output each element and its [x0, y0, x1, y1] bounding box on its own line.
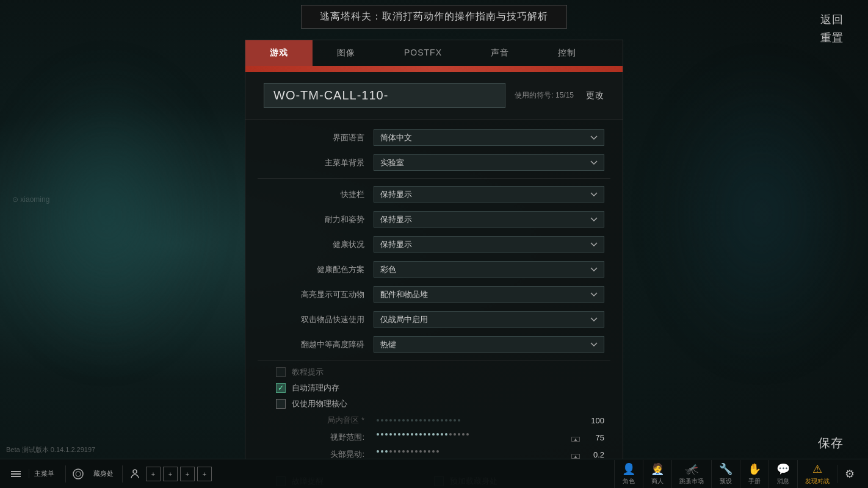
bottom-left-buttons: 主菜单 [0, 468, 65, 480]
slider-value-headbob: 0.2 [580, 450, 604, 459]
red-accent-bar [245, 66, 623, 72]
setting-row-mainmenu-bg: 主菜单背景 实验室 [258, 151, 610, 174]
presets-icon: 🔧 [719, 462, 732, 476]
warning-icon: ⚠ [812, 462, 822, 476]
setting-select-health-color[interactable]: 彩色 [374, 261, 604, 278]
setting-label-language: 界面语言 [264, 132, 374, 143]
svg-point-2 [133, 470, 137, 473]
handbook-icon: ✋ [748, 462, 761, 476]
character-action[interactable]: 👤 角色 [614, 460, 643, 488]
settings-area: 界面语言 简体中文 主菜单背景 实验室 快捷栏 保持显示 耐力和姿势 保持显示 … [245, 120, 623, 488]
setting-label-quickbar: 快捷栏 [264, 189, 374, 200]
setting-select-language[interactable]: 简体中文 [374, 129, 604, 146]
menu-line-1 [11, 471, 21, 472]
trader-action-label: 商人 [651, 477, 664, 486]
add-icon-1[interactable]: + [146, 467, 161, 481]
slider-dots-fov [377, 433, 577, 436]
hideout-icon[interactable] [70, 465, 87, 483]
bg-blur-right [654, 61, 868, 366]
handbook-label: 手册 [748, 477, 761, 486]
settings-tabs: 游戏 图像 POSTFX 声音 控制 [245, 40, 623, 66]
setting-select-highlight[interactable]: 配件和物品堆 [374, 286, 604, 303]
add-icon-3[interactable]: + [180, 467, 195, 481]
checkbox-physical-cores-label: 仅使用物理核心 [292, 398, 347, 409]
setting-select-stamina[interactable]: 保持显示 [374, 211, 604, 228]
slider-value-zone: 100 [580, 416, 604, 425]
slider-fov-up[interactable]: ▲ [571, 437, 580, 442]
checkbox-row-auto-clear: ✓ 自动清理内存 [258, 380, 610, 396]
flea-market-action[interactable]: 🦟 跳蚤市场 [671, 460, 711, 488]
check-icon: ✓ [278, 384, 284, 392]
trader-action[interactable]: 🧑‍💼 商人 [643, 460, 671, 488]
bottom-right-actions: 👤 角色 🧑‍💼 商人 🦟 跳蚤市场 🔧 预设 ✋ 手册 💬 消息 ⚠ 发现对战 [614, 460, 868, 488]
setting-row-stamina: 耐力和姿势 保持显示 [258, 207, 610, 231]
warning-action[interactable]: ⚠ 发现对战 [797, 460, 837, 488]
warning-label: 发现对战 [805, 477, 830, 486]
setting-label-stamina: 耐力和姿势 [264, 214, 374, 225]
svg-point-0 [73, 469, 83, 479]
tab-postfx[interactable]: POSTFX [380, 40, 466, 66]
add-icon-2[interactable]: + [163, 467, 178, 481]
checkbox-physical-cores[interactable] [276, 399, 286, 409]
setting-label-health-color: 健康配色方案 [264, 264, 374, 275]
char-count: 使用的符号: 15/15 [515, 90, 574, 101]
messages-action[interactable]: 💬 消息 [769, 460, 797, 488]
settings-action[interactable]: ⚙ [837, 465, 862, 483]
setting-label-doubleclick: 双击物品快速使用 [264, 314, 374, 325]
username-row: 使用的符号: 15/15 更改 [245, 72, 623, 120]
setting-row-health-color: 健康配色方案 彩色 [258, 257, 610, 281]
save-button[interactable]: 保存 [818, 435, 844, 451]
settings-icon: ⚙ [845, 467, 855, 481]
menu-line-2 [11, 473, 21, 475]
presets-label: 预设 [720, 477, 732, 486]
nav-plus-icons: + + + + [122, 465, 215, 483]
setting-row-quickbar: 快捷栏 保持显示 [258, 182, 610, 206]
tab-sound[interactable]: 声音 [466, 40, 533, 66]
tab-game[interactable]: 游戏 [245, 40, 313, 66]
hideout-label[interactable]: 藏身处 [89, 469, 118, 478]
flea-market-label: 跳蚤市场 [679, 477, 704, 486]
slider-row-fov: 视野范围: ▲ 75 [258, 429, 610, 446]
svg-point-1 [76, 472, 81, 476]
slider-value-fov: 75 [580, 433, 604, 442]
slider-label-fov: 视野范围: [264, 432, 374, 443]
setting-label-health: 健康状况 [264, 239, 374, 250]
top-right-controls: 返回 重置 [820, 12, 844, 45]
back-button[interactable]: 返回 [820, 12, 844, 27]
checkbox-auto-clear[interactable]: ✓ [276, 383, 286, 393]
presets-action[interactable]: 🔧 预设 [711, 460, 740, 488]
username-input[interactable] [264, 83, 505, 108]
tab-image[interactable]: 图像 [313, 40, 380, 66]
tab-controls[interactable]: 控制 [533, 40, 601, 66]
hamburger-menu-button[interactable] [6, 468, 26, 480]
setting-row-vault: 翻越中等高度障碍 热键 [258, 332, 610, 356]
setting-select-quickbar[interactable]: 保持显示 [374, 186, 604, 203]
bg-blur-left [0, 61, 214, 366]
checkbox-auto-clear-label: 自动清理内存 [292, 382, 339, 393]
handbook-action[interactable]: ✋ 手册 [740, 460, 769, 488]
character-action-label: 角色 [623, 477, 635, 486]
slider-headbob-up[interactable]: ▲ [571, 454, 580, 459]
settings-panel: 游戏 图像 POSTFX 声音 控制 使用的符号: 15/15 更改 界面语言 … [245, 40, 623, 488]
bottom-bar: 主菜单 藏身处 + + + + 👤 角色 🧑‍💼 [0, 459, 868, 488]
slider-dots-headbob [377, 450, 577, 453]
checkbox-row-tutorial: 教程提示 [258, 364, 610, 380]
slider-row-zone: 局内音区 * 100 [258, 412, 610, 429]
add-icon-4[interactable]: + [197, 467, 212, 481]
trader-action-icon: 🧑‍💼 [651, 462, 664, 476]
menu-line-3 [11, 476, 21, 477]
checkbox-tutorial[interactable] [276, 367, 286, 377]
watermark: ⊙ xiaoming [12, 195, 49, 204]
setting-row-highlight: 高亮显示可互动物 配件和物品堆 [258, 282, 610, 306]
edit-username-button[interactable]: 更改 [586, 90, 604, 101]
setting-select-vault[interactable]: 热键 [374, 336, 604, 353]
reset-button[interactable]: 重置 [820, 30, 844, 45]
beta-version-text: Beta 测试版本 0.14.1.2.29197 [6, 445, 95, 454]
character-icon[interactable] [126, 465, 143, 483]
setting-select-doubleclick[interactable]: 仅战局中启用 [374, 311, 604, 328]
top-banner: 逃离塔科夫：取消打药动作的操作指南与技巧解析 [0, 0, 868, 34]
main-menu-button[interactable]: 主菜单 [29, 469, 59, 478]
setting-select-mainmenu-bg[interactable]: 实验室 [374, 154, 604, 171]
setting-select-health[interactable]: 保持显示 [374, 236, 604, 253]
banner-text: 逃离塔科夫：取消打药动作的操作指南与技巧解析 [301, 5, 567, 29]
